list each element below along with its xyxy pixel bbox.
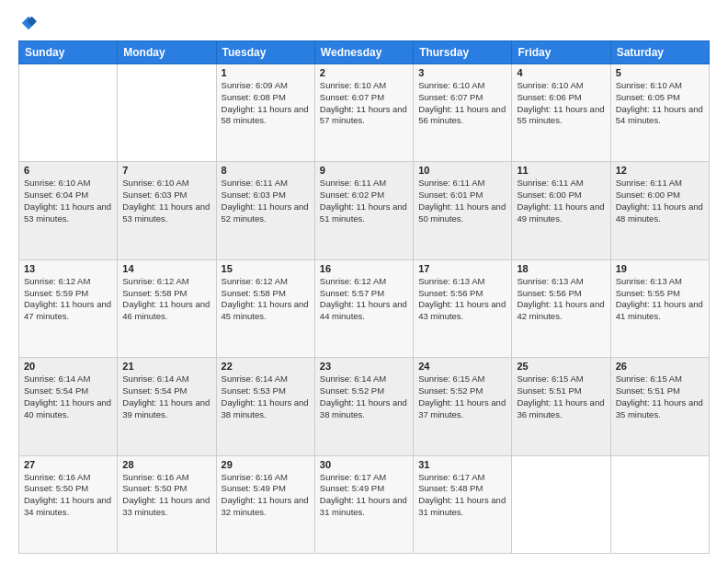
- day-cell: 24Sunrise: 6:15 AMSunset: 5:52 PMDayligh…: [414, 358, 512, 455]
- day-cell: 17Sunrise: 6:13 AMSunset: 5:56 PMDayligh…: [414, 259, 512, 357]
- day-number: 10: [418, 165, 506, 176]
- day-info: Sunrise: 6:13 AMSunset: 5:55 PMDaylight:…: [616, 276, 704, 323]
- day-cell: 30Sunrise: 6:17 AMSunset: 5:49 PMDayligh…: [314, 455, 413, 553]
- day-number: 31: [418, 459, 506, 470]
- day-info: Sunrise: 6:12 AMSunset: 5:57 PMDaylight:…: [320, 276, 408, 323]
- day-number: 24: [418, 361, 506, 372]
- day-number: 29: [222, 459, 310, 470]
- day-number: 17: [418, 263, 506, 274]
- day-number: 15: [222, 263, 310, 274]
- day-cell: 20Sunrise: 6:14 AMSunset: 5:54 PMDayligh…: [19, 358, 118, 455]
- day-cell: 8Sunrise: 6:11 AMSunset: 6:03 PMDaylight…: [216, 162, 314, 259]
- day-cell: 4Sunrise: 6:10 AMSunset: 6:06 PMDaylight…: [512, 64, 610, 162]
- day-info: Sunrise: 6:11 AMSunset: 6:03 PMDaylight:…: [222, 178, 310, 224]
- week-row-2: 6Sunrise: 6:10 AMSunset: 6:04 PMDaylight…: [19, 162, 710, 259]
- calendar-table: SundayMondayTuesdayWednesdayThursdayFrid…: [18, 40, 710, 554]
- header: [18, 15, 710, 31]
- day-info: Sunrise: 6:15 AMSunset: 5:51 PMDaylight:…: [517, 373, 605, 420]
- day-cell: 13Sunrise: 6:12 AMSunset: 5:59 PMDayligh…: [19, 259, 118, 357]
- day-info: Sunrise: 6:13 AMSunset: 5:56 PMDaylight:…: [418, 276, 506, 323]
- day-cell: 6Sunrise: 6:10 AMSunset: 6:04 PMDaylight…: [19, 162, 118, 259]
- day-info: Sunrise: 6:10 AMSunset: 6:06 PMDaylight:…: [517, 80, 605, 127]
- logo: [18, 15, 37, 31]
- day-cell: 16Sunrise: 6:12 AMSunset: 5:57 PMDayligh…: [314, 259, 413, 357]
- weekday-header-saturday: Saturday: [610, 41, 709, 64]
- day-number: 16: [320, 263, 408, 274]
- day-info: Sunrise: 6:14 AMSunset: 5:52 PMDaylight:…: [320, 373, 408, 420]
- day-cell: 7Sunrise: 6:10 AMSunset: 6:03 PMDaylight…: [118, 162, 216, 259]
- day-number: 6: [24, 165, 112, 176]
- day-cell: 25Sunrise: 6:15 AMSunset: 5:51 PMDayligh…: [512, 358, 610, 455]
- day-number: 18: [517, 263, 605, 274]
- day-number: 4: [517, 67, 605, 78]
- day-number: 7: [122, 165, 210, 176]
- day-info: Sunrise: 6:14 AMSunset: 5:54 PMDaylight:…: [24, 373, 112, 420]
- day-info: Sunrise: 6:12 AMSunset: 5:59 PMDaylight:…: [24, 276, 112, 323]
- day-cell: 1Sunrise: 6:09 AMSunset: 6:08 PMDaylight…: [216, 64, 314, 162]
- day-number: 26: [616, 361, 704, 372]
- day-number: 12: [616, 165, 704, 176]
- day-info: Sunrise: 6:15 AMSunset: 5:52 PMDaylight:…: [418, 373, 506, 420]
- day-cell: 21Sunrise: 6:14 AMSunset: 5:54 PMDayligh…: [118, 358, 216, 455]
- day-cell: 10Sunrise: 6:11 AMSunset: 6:01 PMDayligh…: [414, 162, 512, 259]
- week-row-5: 27Sunrise: 6:16 AMSunset: 5:50 PMDayligh…: [19, 455, 710, 553]
- weekday-header-friday: Friday: [512, 41, 610, 64]
- day-info: Sunrise: 6:11 AMSunset: 6:00 PMDaylight:…: [616, 178, 704, 224]
- day-cell: 12Sunrise: 6:11 AMSunset: 6:00 PMDayligh…: [610, 162, 709, 259]
- weekday-header-sunday: Sunday: [19, 41, 118, 64]
- day-info: Sunrise: 6:14 AMSunset: 5:54 PMDaylight:…: [122, 373, 210, 420]
- week-row-1: 1Sunrise: 6:09 AMSunset: 6:08 PMDaylight…: [19, 64, 710, 162]
- day-cell: [118, 64, 216, 162]
- day-number: 22: [222, 361, 310, 372]
- day-number: 21: [122, 361, 210, 372]
- day-info: Sunrise: 6:11 AMSunset: 6:02 PMDaylight:…: [320, 178, 408, 224]
- day-number: 1: [222, 67, 310, 78]
- logo-icon: [20, 15, 37, 31]
- day-number: 27: [24, 459, 112, 470]
- day-cell: 18Sunrise: 6:13 AMSunset: 5:56 PMDayligh…: [512, 259, 610, 357]
- day-number: 13: [24, 263, 112, 274]
- day-info: Sunrise: 6:17 AMSunset: 5:48 PMDaylight:…: [418, 472, 506, 519]
- day-info: Sunrise: 6:10 AMSunset: 6:07 PMDaylight:…: [418, 80, 506, 127]
- day-cell: 3Sunrise: 6:10 AMSunset: 6:07 PMDaylight…: [414, 64, 512, 162]
- day-info: Sunrise: 6:09 AMSunset: 6:08 PMDaylight:…: [222, 80, 310, 127]
- week-row-4: 20Sunrise: 6:14 AMSunset: 5:54 PMDayligh…: [19, 358, 710, 455]
- week-row-3: 13Sunrise: 6:12 AMSunset: 5:59 PMDayligh…: [19, 259, 710, 357]
- day-cell: 22Sunrise: 6:14 AMSunset: 5:53 PMDayligh…: [216, 358, 314, 455]
- day-info: Sunrise: 6:10 AMSunset: 6:03 PMDaylight:…: [122, 178, 210, 224]
- day-number: 28: [122, 459, 210, 470]
- day-info: Sunrise: 6:16 AMSunset: 5:49 PMDaylight:…: [222, 472, 310, 519]
- day-cell: 2Sunrise: 6:10 AMSunset: 6:07 PMDaylight…: [314, 64, 413, 162]
- day-cell: 14Sunrise: 6:12 AMSunset: 5:58 PMDayligh…: [118, 259, 216, 357]
- day-info: Sunrise: 6:11 AMSunset: 6:01 PMDaylight:…: [418, 178, 506, 224]
- day-info: Sunrise: 6:17 AMSunset: 5:49 PMDaylight:…: [320, 472, 408, 519]
- day-cell: 31Sunrise: 6:17 AMSunset: 5:48 PMDayligh…: [414, 455, 512, 553]
- day-number: 2: [320, 67, 408, 78]
- day-info: Sunrise: 6:12 AMSunset: 5:58 PMDaylight:…: [222, 276, 310, 323]
- day-number: 25: [517, 361, 605, 372]
- page: SundayMondayTuesdayWednesdayThursdayFrid…: [0, 0, 728, 563]
- day-number: 14: [122, 263, 210, 274]
- day-number: 20: [24, 361, 112, 372]
- day-number: 3: [418, 67, 506, 78]
- day-cell: [610, 455, 709, 553]
- day-cell: [19, 64, 118, 162]
- day-cell: 28Sunrise: 6:16 AMSunset: 5:50 PMDayligh…: [118, 455, 216, 553]
- day-info: Sunrise: 6:10 AMSunset: 6:07 PMDaylight:…: [320, 80, 408, 127]
- weekday-header-wednesday: Wednesday: [314, 41, 413, 64]
- day-number: 30: [320, 459, 408, 470]
- day-info: Sunrise: 6:12 AMSunset: 5:58 PMDaylight:…: [122, 276, 210, 323]
- day-number: 11: [517, 165, 605, 176]
- day-info: Sunrise: 6:15 AMSunset: 5:51 PMDaylight:…: [616, 373, 704, 420]
- day-number: 9: [320, 165, 408, 176]
- day-cell: 15Sunrise: 6:12 AMSunset: 5:58 PMDayligh…: [216, 259, 314, 357]
- day-cell: 9Sunrise: 6:11 AMSunset: 6:02 PMDaylight…: [314, 162, 413, 259]
- day-info: Sunrise: 6:11 AMSunset: 6:00 PMDaylight:…: [517, 178, 605, 224]
- weekday-header-monday: Monday: [118, 41, 216, 64]
- weekday-header-thursday: Thursday: [414, 41, 512, 64]
- day-info: Sunrise: 6:10 AMSunset: 6:05 PMDaylight:…: [616, 80, 704, 127]
- day-info: Sunrise: 6:10 AMSunset: 6:04 PMDaylight:…: [24, 178, 112, 224]
- day-info: Sunrise: 6:16 AMSunset: 5:50 PMDaylight:…: [24, 472, 112, 519]
- day-number: 8: [222, 165, 310, 176]
- day-cell: 5Sunrise: 6:10 AMSunset: 6:05 PMDaylight…: [610, 64, 709, 162]
